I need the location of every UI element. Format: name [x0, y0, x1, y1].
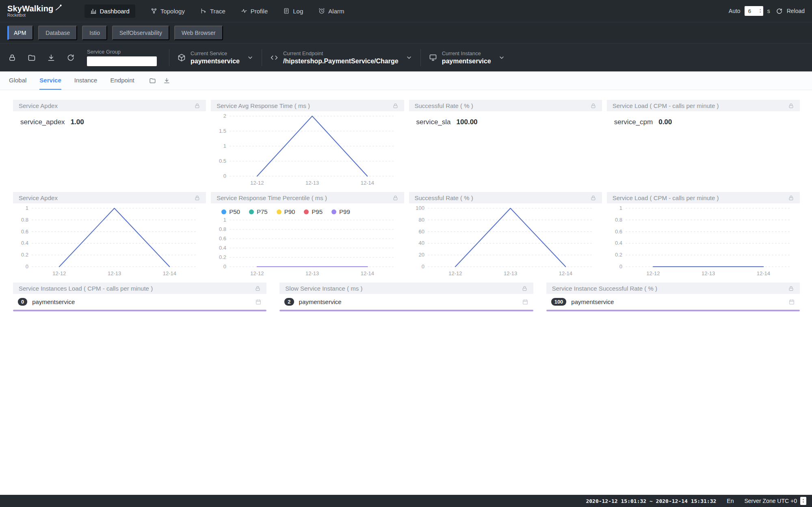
instance-detail-icon[interactable]: [522, 299, 528, 305]
export-icon[interactable]: [47, 54, 55, 62]
nav-dashboard[interactable]: Dashboard: [84, 4, 135, 18]
instance-detail-icon[interactable]: [255, 299, 262, 305]
nav-alarm[interactable]: Alarm: [318, 8, 344, 15]
instance-name[interactable]: paymentservice: [32, 298, 255, 305]
card-body: 00.511.5212-1212-1312-14: [211, 111, 404, 188]
instance-detail-icon[interactable]: [788, 299, 795, 305]
instance-value-badge: 100: [551, 298, 567, 306]
metrics-row-1: Service Apdex service_apdex 1.00 Service…: [13, 100, 800, 188]
time-range-picker[interactable]: 2020-12-12 15:01:32 ~ 2020-12-14 15:31:3…: [586, 498, 716, 504]
stepper-icon[interactable]: ▲▼: [759, 8, 762, 14]
tab-selfobservability[interactable]: SelfObservability: [112, 26, 169, 40]
nav-profile[interactable]: Profile: [241, 8, 268, 15]
svg-text:0.4: 0.4: [219, 245, 226, 251]
auto-interval-input[interactable]: 6 ▲▼: [745, 6, 763, 16]
legend-p99[interactable]: P99: [331, 208, 350, 215]
topbar-controls: Auto 6 ▲▼ s Reload: [729, 6, 805, 16]
tab-database[interactable]: Database: [38, 26, 77, 40]
lock-icon[interactable]: [522, 285, 528, 291]
auto-interval-value: 6: [748, 8, 751, 14]
card-header: Successful Rate ( % ): [409, 192, 602, 203]
server-zone-control[interactable]: Server Zone UTC +0 ▲▼: [744, 497, 806, 505]
nav-topology[interactable]: Topology: [151, 8, 185, 15]
nav-log[interactable]: Log: [283, 8, 303, 15]
tab-apm[interactable]: APM: [7, 26, 33, 40]
lock-icon[interactable]: [8, 54, 16, 62]
lock-icon[interactable]: [194, 103, 200, 109]
reload-label[interactable]: Reload: [787, 8, 805, 14]
current-instance-selector[interactable]: Current Instance paymentservice: [429, 50, 505, 65]
chevron-down-icon: [498, 54, 505, 61]
svg-text:100: 100: [416, 205, 424, 211]
lock-icon[interactable]: [590, 103, 596, 109]
lock-icon[interactable]: [392, 195, 398, 201]
lock-icon[interactable]: [788, 103, 794, 109]
card-title: Slow Service Instance ( ms ): [285, 285, 362, 292]
legend-p95[interactable]: P95: [304, 208, 323, 215]
avg-response-time-chart: 00.511.5212-1212-1312-14: [211, 111, 404, 188]
legend-p90[interactable]: P90: [277, 208, 295, 215]
svg-text:12-14: 12-14: [361, 180, 374, 186]
instance-row: 100 paymentservice: [546, 298, 800, 306]
tab-service[interactable]: Service: [39, 71, 61, 90]
lock-icon[interactable]: [255, 285, 261, 291]
lock-icon[interactable]: [788, 285, 794, 291]
legend-p75[interactable]: P75: [249, 208, 268, 215]
nav-trace[interactable]: Trace: [200, 8, 225, 15]
card-service-load-chart: Service Load ( CPM - calls per minute ) …: [607, 192, 800, 279]
svg-text:0.4: 0.4: [615, 240, 622, 246]
nav-label: Dashboard: [100, 8, 130, 15]
svg-text:1: 1: [619, 205, 622, 211]
reload-icon[interactable]: [776, 8, 783, 15]
topbar: SkyWalking Rocketbot Dashboard Topology …: [0, 0, 812, 22]
svg-text:12-12: 12-12: [448, 270, 462, 276]
svg-text:0.4: 0.4: [21, 240, 28, 246]
logo-subtitle: Rocketbot: [7, 13, 62, 17]
tab-endpoint[interactable]: Endpoint: [110, 71, 134, 90]
card-service-load: Service Load ( CPM - calls per minute ) …: [607, 100, 800, 188]
current-service-selector[interactable]: Current Service paymentservice: [178, 50, 253, 65]
folder-icon[interactable]: [149, 77, 156, 84]
legend-label: P99: [339, 208, 350, 215]
tab-global[interactable]: Global: [9, 71, 26, 90]
tab-instance[interactable]: Instance: [74, 71, 97, 90]
lock-icon[interactable]: [590, 195, 596, 201]
svg-text:60: 60: [418, 229, 424, 235]
card-header: Service Load ( CPM - calls per minute ): [607, 192, 800, 203]
topology-icon: [151, 8, 157, 14]
card-header: Service Instances Load ( CPM - calls per…: [13, 283, 266, 294]
card-service-apdex-chart: Service Apdex 00.20.40.60.8112-1212-1312…: [13, 192, 206, 279]
instance-name[interactable]: paymentservice: [571, 298, 788, 305]
legend-label: P90: [284, 208, 295, 215]
service-group-input[interactable]: [87, 56, 157, 66]
percentile-legend: P50 P75 P90 P95: [211, 203, 404, 215]
code-icon: [270, 54, 278, 62]
toolbar-divider: [169, 49, 169, 66]
legend-label: P75: [257, 208, 268, 215]
folder-icon[interactable]: [28, 54, 36, 62]
card-body: service_cpm 0.00: [607, 111, 800, 188]
card-avg-response-time: Service Avg Response Time ( ms ) 00.511.…: [211, 100, 404, 188]
tab-web-browser[interactable]: Web Browser: [174, 26, 223, 40]
svg-text:12-13: 12-13: [305, 270, 319, 276]
export-icon[interactable]: [163, 77, 170, 84]
nav-label: Log: [293, 8, 303, 15]
log-icon: [283, 8, 290, 14]
svg-text:1: 1: [223, 143, 226, 149]
lock-icon[interactable]: [194, 195, 200, 201]
logo[interactable]: SkyWalking Rocketbot: [7, 4, 62, 17]
legend-p50[interactable]: P50: [221, 208, 240, 215]
tab-istio[interactable]: Istio: [82, 26, 107, 40]
zone-stepper-icon[interactable]: ▲▼: [800, 497, 806, 505]
category-tab-bar: APM Database Istio SelfObservability Web…: [0, 22, 812, 43]
refresh-icon[interactable]: [67, 54, 75, 62]
selector-value: paymentservice: [191, 58, 240, 65]
current-endpoint-selector[interactable]: Current Endpoint /hipstershop.PaymentSer…: [270, 50, 412, 65]
language-toggle[interactable]: En: [727, 498, 734, 504]
selector-text: Current Service paymentservice: [191, 50, 240, 65]
instance-name[interactable]: paymentservice: [299, 298, 522, 305]
lock-icon[interactable]: [788, 195, 794, 201]
instance-load-bar: [546, 310, 800, 311]
instance-load-bar: [13, 310, 266, 311]
lock-icon[interactable]: [392, 103, 398, 109]
